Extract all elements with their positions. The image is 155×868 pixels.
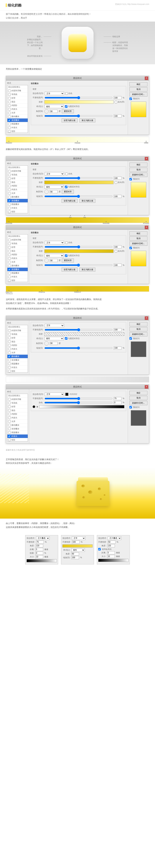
angle-input[interactable] <box>50 110 57 113</box>
style-item: 光泽 <box>7 111 28 115</box>
reset-button[interactable]: 复位为默认值 <box>79 119 95 122</box>
color-swatch[interactable] <box>65 393 68 396</box>
new-style-button[interactable]: 新建样式(W)... <box>129 92 148 96</box>
section1-text: 亮部比较简单，一个渐变叠加便能搞定 <box>0 64 155 74</box>
scale-input[interactable] <box>114 115 121 118</box>
reset-align-button[interactable]: 重置对齐 <box>62 110 74 113</box>
cancel-button[interactable]: 取消 <box>129 87 148 91</box>
gradient-picker[interactable] <box>44 100 114 104</box>
layer-style-dialog-5: 图层样式× 样式 混合选项:默认 斜面和浮雕 等高线 纹理 描边 内阴影 内发光… <box>6 384 149 443</box>
section3-line1: 这时发现，感觉色彩有点太厚重，感觉不太柔滑。所以再加了一层淡淡的亮黄色的颜色叠加… <box>6 298 149 302</box>
gradient-strip-4 <box>6 377 149 382</box>
style-item: 纹理 <box>7 96 28 100</box>
section3-line2: 混合模式为"滤色"，透明度15%，色值#fffe9b。应根据具体情况调整！ <box>6 302 149 305</box>
preview-swatch <box>131 251 146 266</box>
annotation-bright: 亮部， 距离近光源超亮， 所以是一个从上到 下，由亮变暗的渐 变。 <box>15 35 43 50</box>
ok-button[interactable]: 确定 <box>129 82 148 87</box>
opacity-input[interactable] <box>114 96 121 99</box>
annotation-dark: 暗部，但是有环境 光和辅助光，导致 这一块光线变化比 较丰富 <box>112 41 140 53</box>
gradient-strip-2: 0% 0% #e0c00b #e0c00b #f7e05c <box>6 217 149 223</box>
center-title: 渐变叠加 <box>31 82 126 85</box>
contour-strip <box>27 559 57 562</box>
gradient-picker[interactable] <box>44 249 114 253</box>
style-item: 外发光 <box>7 126 28 129</box>
dialog-title: 图层样式 <box>73 77 82 80</box>
opacity-slider[interactable] <box>45 96 113 99</box>
preview-swatch <box>131 182 146 197</box>
layer-style-dialog-4: 图层样式× 样式 混合选项:默认 斜面和浮雕 等高线 纹理 描边 内阴影 内发光… <box>6 316 149 375</box>
cheese-hole <box>98 488 101 490</box>
style-item-selected: 渐变叠加 <box>7 119 28 122</box>
section6-line2: 这里具体参数要根据图的大小和光线强烈程度，别忘的孔不同调整。 <box>6 525 149 529</box>
style-list[interactable]: 混合选项:默认 斜面和浮雕 等高线 纹理 描边 内阴影 内发光 光泽 颜色叠加 … <box>7 165 28 213</box>
section2-text: 奶酪的暗部变化则比较复杂。我是用从左到右（0°）和从上到下（90°）两层渐变完成… <box>0 145 155 154</box>
cheese-hole <box>82 496 85 499</box>
style-item: 内发光 <box>7 107 28 111</box>
cheese-hole <box>81 485 85 487</box>
cheese-block <box>77 481 110 506</box>
title-accent <box>6 3 7 7</box>
gradient-strip-1: #fdeb60 #fdfdde #fffffb <box>6 137 149 143</box>
gradient-picker[interactable] <box>44 332 124 336</box>
section4-note: 新建外发光小色条说明可参考本页 <box>0 445 155 455</box>
light-rays <box>0 474 29 503</box>
layer-style-dialog-2: 图层样式× 样式 混合选项:默认 斜面和浮雕 等高线 纹理 描边 内阴影 内发光… <box>6 156 149 215</box>
annotation-terminator: 明暗交界 <box>112 35 140 38</box>
close-icon[interactable]: × <box>145 385 148 389</box>
style-list[interactable]: 混合选项:默认 斜面和浮雕 等高线 纹理 描边 内阴影 内发光 光泽 颜色叠加 … <box>7 85 28 133</box>
plate <box>62 27 93 59</box>
mini-panel-gradient: 混合模式:正常 不透明度:% 样式(L):线性 角度: 缩放(S):% <box>61 535 94 564</box>
cheese-render-scene <box>0 468 155 519</box>
close-icon[interactable]: × <box>145 316 148 320</box>
gradient-strip-3: #e5c717 #f0d01a #d9bb14 <box>6 286 149 292</box>
preview-swatch <box>131 101 146 117</box>
layer-style-dialog-3: 图层样式× 样式 混合选项:默认 斜面和浮雕 等高线 纹理 描边 内阴影 内发光… <box>6 225 149 284</box>
style-item: 内阴影 <box>7 104 28 107</box>
style-item: 斜面和浮雕 <box>7 89 28 93</box>
cheese-hole <box>100 498 102 500</box>
hero-render: 亮部， 距离近光源超亮， 所以是一个从上到 下，由亮变暗的渐 变。 来自环境的反… <box>0 22 155 64</box>
section6-line1: 由上可看，需要的效果有：内阴影，渐变叠加（光线变化），投影（离光） <box>6 522 149 525</box>
style-item: 混合选项:默认 <box>7 85 28 89</box>
intro-line2: 让我们先分析，再动手 <box>6 16 149 20</box>
style-item: 投影 <box>7 129 28 133</box>
section5-line1: 正常密集恐惧质感，我们这次的盘子奶酪主体就完成了！ <box>6 458 149 462</box>
annotation-reflect: 来自环境的反射光 <box>15 55 43 58</box>
angle-dial-icon[interactable] <box>44 190 49 194</box>
style-item: 等高线 <box>7 93 28 96</box>
angle-dial-icon[interactable] <box>44 258 49 262</box>
contour-strip <box>98 559 128 562</box>
gradient-picker[interactable] <box>44 181 114 184</box>
preview-swatch <box>131 410 146 426</box>
page-title: 细化奶酪 <box>8 3 22 7</box>
section3-line3: 在帮奶黄酱的底面加点高光和淡淡的外发光（作为环境光），可以很好的加强奶酪和盘子的… <box>6 307 149 311</box>
style-item: 颜色叠加 <box>7 115 28 119</box>
angle-dial-icon[interactable] <box>44 341 49 345</box>
gradient-strip <box>63 545 92 548</box>
style-item: 描边 <box>7 100 28 104</box>
section5-line2: 因其实其实还有很多细节，其光影大概是这样的： <box>6 461 149 465</box>
layer-style-dialog-1: 图层样式× 样式 混合选项:默认 斜面和浮雕 等高线 纹理 描边 内阴影 内发光… <box>6 76 149 135</box>
close-icon[interactable]: × <box>145 76 148 80</box>
intro-line1: 接下来画奶酪。有没有很想吃芝士汉堡！带着流口水的心情的话，画出来都觉得特别好吃！ <box>6 12 149 16</box>
watermark: 思缘设计论坛 http://www.missyuan.com <box>115 3 149 6</box>
mini-panel-inner-shadow: 混合模式:正片叠底 不透明度:% 角度: 距离:像素 阻塞:% 大小:像素 <box>25 535 58 564</box>
style-list-label: 样式 <box>7 82 28 85</box>
cheese-hole <box>104 494 106 496</box>
radio-color[interactable] <box>33 405 35 408</box>
close-icon[interactable]: × <box>145 226 148 229</box>
style-item: 图案叠加 <box>7 122 28 126</box>
mini-panel-drop-shadow: 混合模式:正片叠底 不透明度:% 角度: 使用全局光 距离:像素 大小:像素 <box>97 535 130 564</box>
angle-dial-icon[interactable] <box>44 109 49 114</box>
default-button[interactable]: 设置为默认值 <box>62 119 78 122</box>
blend-select[interactable]: 正常 <box>45 92 64 95</box>
cheese-hole <box>88 490 92 494</box>
preview-swatch <box>131 341 146 357</box>
close-icon[interactable]: × <box>145 157 148 160</box>
gradient-picker[interactable] <box>39 405 124 408</box>
cheese-cube <box>68 34 87 52</box>
style-select[interactable]: 线性 <box>44 105 64 108</box>
scale-slider[interactable] <box>44 115 113 118</box>
